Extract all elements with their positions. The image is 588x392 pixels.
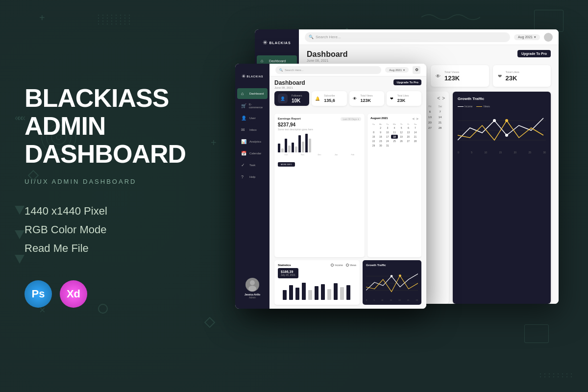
s-cal-today[interactable]: 18: [391, 135, 397, 139]
secondary-header-text: Dashboard June 08, 2021: [274, 79, 305, 89]
date-filter[interactable]: Aug 2021 ▾: [514, 34, 540, 40]
s-bar-10: [309, 139, 311, 152]
legend-views: Views: [476, 105, 490, 108]
s-cal-d[interactable]: 24: [384, 139, 391, 143]
secondary-earnings-card: Earnings Report Last 30 Days ▾ $237,94 S…: [274, 114, 365, 257]
secondary-statistics-card: Statistics Income Views $186,39 July: [274, 260, 360, 305]
secondary-sidebar-help[interactable]: ? Help: [237, 172, 268, 182]
secondary-sidebar-dashboard[interactable]: ⌂ Dashboard: [237, 88, 268, 99]
secondary-stat-followers: 👤 Followers 10K: [274, 91, 309, 106]
secondary-sidebar-calendar[interactable]: 📅 Calendar: [237, 148, 268, 159]
secondary-upgrade-btn[interactable]: Upgrade To Pro: [393, 79, 421, 85]
secondary-search-icon: 🔍: [279, 68, 283, 72]
secondary-followers-info: Followers 10K: [292, 94, 302, 103]
secondary-cal-next[interactable]: >: [416, 117, 418, 121]
cal-day[interactable]: 20: [425, 120, 435, 125]
s-cal-d[interactable]: 27: [405, 139, 412, 143]
cal-day[interactable]: 6: [425, 109, 435, 114]
s-cal-d[interactable]: 19: [398, 135, 405, 139]
sg-0: 0: [366, 299, 367, 301]
secondary-sidebar-user[interactable]: 👤 User: [237, 113, 268, 123]
s-cal-d[interactable]: 26: [398, 139, 405, 143]
s-cal-h: Tu: [384, 123, 391, 125]
s-cal-d[interactable]: 13: [405, 130, 412, 134]
secondary-sidebar-inbox[interactable]: ✉ Inbox: [237, 124, 268, 135]
s-cal-d[interactable]: 25: [391, 139, 397, 143]
sidebar-logo: ✳ BLACKIAS: [255, 35, 299, 50]
s-cal-d[interactable]: 10: [384, 130, 391, 134]
secondary-date-filter[interactable]: Aug 2021 ▾: [385, 67, 409, 73]
s-cal-d[interactable]: 29: [370, 144, 377, 147]
s-cal-d[interactable]: 30: [377, 144, 384, 147]
cal-day: [425, 131, 435, 136]
secondary-views-value: 123K: [361, 98, 373, 103]
s-cal-d[interactable]: 9: [377, 130, 384, 134]
likes-label: Total Likes: [506, 71, 519, 74]
cal-prev-btn[interactable]: <: [437, 96, 440, 101]
secondary-more-info[interactable]: MORE INFO: [278, 158, 361, 167]
secondary-earnings-filter[interactable]: Last 30 Days ▾: [341, 117, 361, 121]
s-bar-4: [288, 146, 291, 152]
left-section: Blackiass Admin Dashboard UI/UX Admin Da…: [0, 0, 235, 392]
secondary-cal-prev[interactable]: <: [413, 117, 415, 121]
search-box[interactable]: 🔍 Search Here...: [305, 32, 510, 42]
secondary-likes-label: Total Likes: [397, 94, 409, 97]
s-cal-d[interactable]: 8: [370, 130, 377, 134]
secondary-label-user: User: [249, 117, 256, 120]
stats-header: Statistics Income Views: [278, 264, 356, 267]
cal-day[interactable]: 13: [425, 115, 435, 120]
s-cal-d[interactable]: 5: [398, 126, 405, 130]
s-cal-h: Su: [370, 123, 377, 125]
date-filter-label: Aug 2021: [518, 35, 533, 39]
views-label: Total Views: [444, 71, 460, 74]
secondary-settings-icon[interactable]: ⚙: [413, 66, 420, 74]
x-label-20: 20: [514, 151, 516, 154]
s-cal-d[interactable]: 23: [377, 139, 384, 143]
secondary-more-info-btn[interactable]: MORE INFO: [278, 162, 295, 167]
secondary-help-icon: ?: [241, 174, 247, 179]
right-section: ✳ BLACKIAS ⌂ Dashboard 🛒 E-commerce 👤 Us…: [230, 0, 588, 392]
secondary-search[interactable]: 🔍 Search Here...: [275, 66, 381, 74]
upgrade-button[interactable]: Upgrade To Pro: [517, 50, 551, 57]
secondary-sidebar-analytics[interactable]: 📊 Analytics: [237, 136, 268, 147]
secondary-bottom-row: Statistics Income Views $186,39 July: [270, 260, 426, 309]
s-cal-d[interactable]: 20: [405, 135, 412, 139]
cal-day[interactable]: 28: [435, 125, 445, 130]
sg-10: 10: [381, 299, 383, 301]
secondary-sidebar-ecommerce[interactable]: 🛒 E-commerce: [237, 100, 268, 112]
svg-point-27: [399, 274, 401, 277]
s-cal-d[interactable]: 17: [384, 135, 391, 139]
secondary-earnings-amount: $237,94: [278, 122, 361, 127]
cal-day[interactable]: 7: [435, 109, 445, 114]
s-cal-d[interactable]: 14: [412, 130, 418, 134]
secondary-cal-nav: < >: [413, 117, 418, 121]
x-label-25: 25: [528, 151, 531, 154]
line-chart: [458, 111, 546, 150]
cal-next-btn[interactable]: >: [442, 96, 445, 101]
s-cal-d[interactable]: 28: [412, 139, 418, 143]
s-cal-d[interactable]: 4: [391, 126, 397, 130]
s-cal-d[interactable]: 31: [384, 144, 391, 147]
s-bar-7: [298, 135, 301, 152]
line-chart-svg: [458, 111, 546, 150]
s-cal-d[interactable]: 3: [384, 126, 391, 130]
cal-day[interactable]: 14: [435, 115, 445, 120]
s-cal-d[interactable]: 11: [391, 130, 397, 134]
s-cal-d[interactable]: 7: [412, 126, 418, 130]
s-cal-d[interactable]: 2: [377, 126, 384, 130]
s-cal-d[interactable]: 6: [405, 126, 412, 130]
secondary-eye-icon: 👁: [353, 97, 357, 101]
secondary-analytics-icon: 📊: [241, 139, 247, 144]
s-cal-d[interactable]: 15: [370, 135, 377, 139]
cal-day[interactable]: 27: [425, 125, 435, 130]
secondary-sidebar-task[interactable]: ✓ Task: [237, 160, 268, 171]
s-cal-d[interactable]: 21: [412, 135, 418, 139]
s-cal-d[interactable]: 22: [370, 139, 377, 143]
secondary-stat-likes: ❤ Total Likes 23K: [387, 91, 421, 106]
user-avatar[interactable]: [544, 33, 553, 42]
s-cal-d[interactable]: 12: [398, 130, 405, 134]
cal-day[interactable]: 21: [435, 120, 445, 125]
avatar-svg: [245, 278, 259, 292]
s-cal-d[interactable]: 16: [377, 135, 384, 139]
secondary-task-icon: ✓: [241, 163, 247, 168]
